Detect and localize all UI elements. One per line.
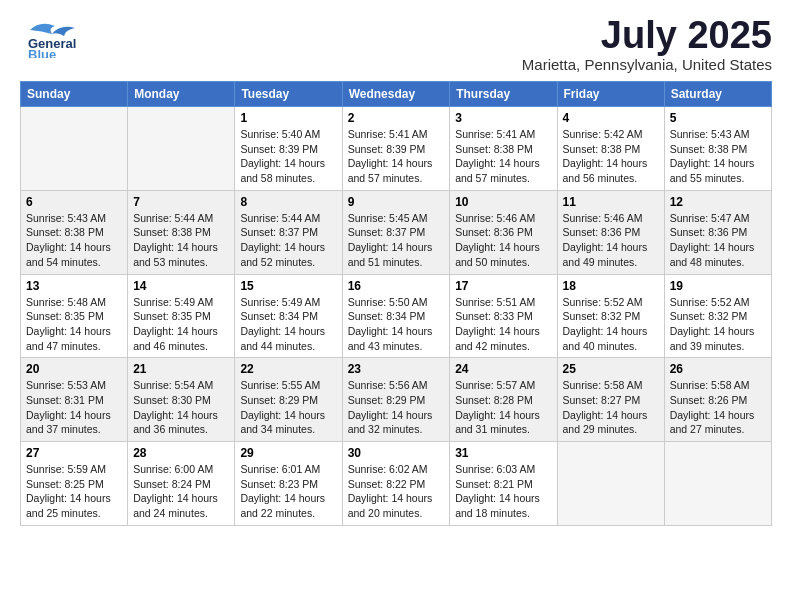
day-number: 15 bbox=[240, 279, 336, 293]
cell-content: Sunrise: 5:55 AM Sunset: 8:29 PM Dayligh… bbox=[240, 378, 336, 437]
cell-content: Sunrise: 5:57 AM Sunset: 8:28 PM Dayligh… bbox=[455, 378, 551, 437]
cell-content: Sunrise: 5:42 AM Sunset: 8:38 PM Dayligh… bbox=[563, 127, 659, 186]
calendar-cell: 6Sunrise: 5:43 AM Sunset: 8:38 PM Daylig… bbox=[21, 190, 128, 274]
week-row-4: 20Sunrise: 5:53 AM Sunset: 8:31 PM Dayli… bbox=[21, 358, 772, 442]
day-header-tuesday: Tuesday bbox=[235, 82, 342, 107]
cell-content: Sunrise: 5:43 AM Sunset: 8:38 PM Dayligh… bbox=[26, 211, 122, 270]
day-number: 4 bbox=[563, 111, 659, 125]
calendar-cell: 17Sunrise: 5:51 AM Sunset: 8:33 PM Dayli… bbox=[450, 274, 557, 358]
calendar-cell: 16Sunrise: 5:50 AM Sunset: 8:34 PM Dayli… bbox=[342, 274, 450, 358]
day-number: 17 bbox=[455, 279, 551, 293]
calendar-cell bbox=[128, 107, 235, 191]
calendar-table: SundayMondayTuesdayWednesdayThursdayFrid… bbox=[20, 81, 772, 526]
cell-content: Sunrise: 5:46 AM Sunset: 8:36 PM Dayligh… bbox=[563, 211, 659, 270]
day-number: 7 bbox=[133, 195, 229, 209]
day-number: 22 bbox=[240, 362, 336, 376]
day-number: 23 bbox=[348, 362, 445, 376]
calendar-cell bbox=[664, 442, 771, 526]
cell-content: Sunrise: 5:49 AM Sunset: 8:35 PM Dayligh… bbox=[133, 295, 229, 354]
calendar-cell bbox=[21, 107, 128, 191]
day-number: 27 bbox=[26, 446, 122, 460]
calendar-cell: 14Sunrise: 5:49 AM Sunset: 8:35 PM Dayli… bbox=[128, 274, 235, 358]
cell-content: Sunrise: 5:53 AM Sunset: 8:31 PM Dayligh… bbox=[26, 378, 122, 437]
month-title: July 2025 bbox=[522, 16, 772, 54]
day-header-sunday: Sunday bbox=[21, 82, 128, 107]
day-number: 31 bbox=[455, 446, 551, 460]
day-number: 18 bbox=[563, 279, 659, 293]
day-number: 30 bbox=[348, 446, 445, 460]
title-block: July 2025 Marietta, Pennsylvania, United… bbox=[522, 16, 772, 73]
logo: General Blue bbox=[20, 16, 110, 58]
day-number: 9 bbox=[348, 195, 445, 209]
cell-content: Sunrise: 5:59 AM Sunset: 8:25 PM Dayligh… bbox=[26, 462, 122, 521]
cell-content: Sunrise: 5:44 AM Sunset: 8:37 PM Dayligh… bbox=[240, 211, 336, 270]
cell-content: Sunrise: 5:43 AM Sunset: 8:38 PM Dayligh… bbox=[670, 127, 766, 186]
calendar-cell: 31Sunrise: 6:03 AM Sunset: 8:21 PM Dayli… bbox=[450, 442, 557, 526]
day-number: 24 bbox=[455, 362, 551, 376]
calendar-cell: 1Sunrise: 5:40 AM Sunset: 8:39 PM Daylig… bbox=[235, 107, 342, 191]
day-number: 14 bbox=[133, 279, 229, 293]
calendar-cell: 28Sunrise: 6:00 AM Sunset: 8:24 PM Dayli… bbox=[128, 442, 235, 526]
day-number: 11 bbox=[563, 195, 659, 209]
calendar-cell: 4Sunrise: 5:42 AM Sunset: 8:38 PM Daylig… bbox=[557, 107, 664, 191]
cell-content: Sunrise: 5:48 AM Sunset: 8:35 PM Dayligh… bbox=[26, 295, 122, 354]
cell-content: Sunrise: 6:01 AM Sunset: 8:23 PM Dayligh… bbox=[240, 462, 336, 521]
day-number: 20 bbox=[26, 362, 122, 376]
calendar-cell: 29Sunrise: 6:01 AM Sunset: 8:23 PM Dayli… bbox=[235, 442, 342, 526]
day-number: 10 bbox=[455, 195, 551, 209]
week-row-3: 13Sunrise: 5:48 AM Sunset: 8:35 PM Dayli… bbox=[21, 274, 772, 358]
subtitle: Marietta, Pennsylvania, United States bbox=[522, 56, 772, 73]
calendar-cell: 19Sunrise: 5:52 AM Sunset: 8:32 PM Dayli… bbox=[664, 274, 771, 358]
cell-content: Sunrise: 5:56 AM Sunset: 8:29 PM Dayligh… bbox=[348, 378, 445, 437]
week-row-5: 27Sunrise: 5:59 AM Sunset: 8:25 PM Dayli… bbox=[21, 442, 772, 526]
cell-content: Sunrise: 5:40 AM Sunset: 8:39 PM Dayligh… bbox=[240, 127, 336, 186]
day-header-thursday: Thursday bbox=[450, 82, 557, 107]
calendar-cell: 12Sunrise: 5:47 AM Sunset: 8:36 PM Dayli… bbox=[664, 190, 771, 274]
calendar-cell bbox=[557, 442, 664, 526]
day-header-wednesday: Wednesday bbox=[342, 82, 450, 107]
cell-content: Sunrise: 5:54 AM Sunset: 8:30 PM Dayligh… bbox=[133, 378, 229, 437]
calendar-cell: 21Sunrise: 5:54 AM Sunset: 8:30 PM Dayli… bbox=[128, 358, 235, 442]
calendar-cell: 30Sunrise: 6:02 AM Sunset: 8:22 PM Dayli… bbox=[342, 442, 450, 526]
calendar-cell: 22Sunrise: 5:55 AM Sunset: 8:29 PM Dayli… bbox=[235, 358, 342, 442]
day-number: 29 bbox=[240, 446, 336, 460]
calendar-cell: 15Sunrise: 5:49 AM Sunset: 8:34 PM Dayli… bbox=[235, 274, 342, 358]
day-number: 19 bbox=[670, 279, 766, 293]
calendar-cell: 7Sunrise: 5:44 AM Sunset: 8:38 PM Daylig… bbox=[128, 190, 235, 274]
cell-content: Sunrise: 6:03 AM Sunset: 8:21 PM Dayligh… bbox=[455, 462, 551, 521]
day-number: 2 bbox=[348, 111, 445, 125]
cell-content: Sunrise: 5:41 AM Sunset: 8:38 PM Dayligh… bbox=[455, 127, 551, 186]
day-number: 3 bbox=[455, 111, 551, 125]
calendar-cell: 23Sunrise: 5:56 AM Sunset: 8:29 PM Dayli… bbox=[342, 358, 450, 442]
day-number: 25 bbox=[563, 362, 659, 376]
cell-content: Sunrise: 5:58 AM Sunset: 8:26 PM Dayligh… bbox=[670, 378, 766, 437]
calendar-cell: 24Sunrise: 5:57 AM Sunset: 8:28 PM Dayli… bbox=[450, 358, 557, 442]
cell-content: Sunrise: 6:02 AM Sunset: 8:22 PM Dayligh… bbox=[348, 462, 445, 521]
calendar-header-row: SundayMondayTuesdayWednesdayThursdayFrid… bbox=[21, 82, 772, 107]
day-number: 6 bbox=[26, 195, 122, 209]
logo-svg: General Blue bbox=[20, 16, 110, 58]
calendar-cell: 3Sunrise: 5:41 AM Sunset: 8:38 PM Daylig… bbox=[450, 107, 557, 191]
calendar-cell: 2Sunrise: 5:41 AM Sunset: 8:39 PM Daylig… bbox=[342, 107, 450, 191]
cell-content: Sunrise: 5:46 AM Sunset: 8:36 PM Dayligh… bbox=[455, 211, 551, 270]
week-row-1: 1Sunrise: 5:40 AM Sunset: 8:39 PM Daylig… bbox=[21, 107, 772, 191]
day-number: 5 bbox=[670, 111, 766, 125]
calendar-cell: 5Sunrise: 5:43 AM Sunset: 8:38 PM Daylig… bbox=[664, 107, 771, 191]
day-number: 1 bbox=[240, 111, 336, 125]
calendar-cell: 10Sunrise: 5:46 AM Sunset: 8:36 PM Dayli… bbox=[450, 190, 557, 274]
calendar-cell: 20Sunrise: 5:53 AM Sunset: 8:31 PM Dayli… bbox=[21, 358, 128, 442]
week-row-2: 6Sunrise: 5:43 AM Sunset: 8:38 PM Daylig… bbox=[21, 190, 772, 274]
cell-content: Sunrise: 5:50 AM Sunset: 8:34 PM Dayligh… bbox=[348, 295, 445, 354]
day-number: 21 bbox=[133, 362, 229, 376]
cell-content: Sunrise: 5:51 AM Sunset: 8:33 PM Dayligh… bbox=[455, 295, 551, 354]
calendar-cell: 27Sunrise: 5:59 AM Sunset: 8:25 PM Dayli… bbox=[21, 442, 128, 526]
day-number: 8 bbox=[240, 195, 336, 209]
calendar-cell: 11Sunrise: 5:46 AM Sunset: 8:36 PM Dayli… bbox=[557, 190, 664, 274]
cell-content: Sunrise: 5:41 AM Sunset: 8:39 PM Dayligh… bbox=[348, 127, 445, 186]
day-header-friday: Friday bbox=[557, 82, 664, 107]
cell-content: Sunrise: 5:52 AM Sunset: 8:32 PM Dayligh… bbox=[670, 295, 766, 354]
calendar-cell: 25Sunrise: 5:58 AM Sunset: 8:27 PM Dayli… bbox=[557, 358, 664, 442]
calendar-cell: 9Sunrise: 5:45 AM Sunset: 8:37 PM Daylig… bbox=[342, 190, 450, 274]
page-header: General Blue July 2025 Marietta, Pennsyl… bbox=[20, 16, 772, 73]
calendar-cell: 13Sunrise: 5:48 AM Sunset: 8:35 PM Dayli… bbox=[21, 274, 128, 358]
